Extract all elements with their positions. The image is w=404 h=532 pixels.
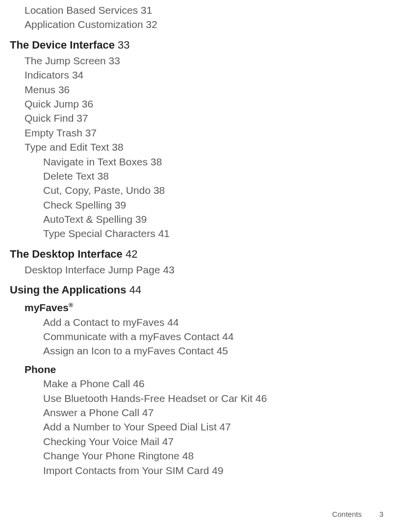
toc-page: 38 — [151, 156, 162, 167]
subsection-title: myFaves — [25, 302, 69, 313]
subsection-title: Phone — [25, 364, 56, 375]
toc-subentry: AutoText & Spelling 39 — [10, 212, 404, 226]
toc-page: 46 — [255, 393, 267, 404]
toc-subentry: Type Special Characters 41 — [10, 226, 404, 240]
section-heading: The Device Interface 33 — [10, 39, 404, 52]
toc-label: Application Customization — [25, 19, 143, 30]
toc-label: Navigate in Text Boxes — [43, 156, 148, 167]
toc-label: Cut, Copy, Paste, Undo — [43, 185, 151, 196]
subsection-heading: Phone — [10, 362, 404, 376]
toc-page: 44 — [222, 331, 233, 342]
toc-page: 38 — [153, 185, 165, 196]
section-heading: Using the Applications 44 — [10, 284, 404, 296]
toc-label: Checking Your Voice Mail — [43, 436, 159, 447]
toc-label: Change Your Phone Ringtone — [43, 450, 179, 461]
heading-page: 33 — [118, 39, 129, 51]
toc-label: Location Based Services — [25, 4, 138, 16]
heading-label: Using the Applications — [10, 284, 126, 296]
heading-page: 44 — [129, 284, 141, 296]
toc-page: 36 — [82, 98, 93, 109]
toc-entry: Application Customization 32 — [10, 17, 404, 31]
toc-entry: Quick Jump 36 — [10, 97, 404, 111]
toc-subentry: Import Contacts from Your SIM Card 49 — [10, 463, 404, 478]
toc-subentry: Make a Phone Call 46 — [10, 376, 404, 391]
toc-page: 38 — [98, 170, 109, 182]
page-footer: Contents3 — [332, 510, 383, 518]
toc-label: The Jump Screen — [25, 55, 106, 66]
toc-page: 46 — [133, 378, 144, 389]
table-of-contents: Location Based Services 31 Application C… — [0, 3, 404, 478]
toc-label: Quick Jump — [25, 98, 79, 109]
toc-subentry: Change Your Phone Ringtone 48 — [10, 449, 404, 463]
toc-page: 34 — [72, 69, 83, 80]
trademark-icon: ® — [69, 302, 73, 309]
toc-label: Check Spelling — [43, 199, 112, 211]
toc-entry: Empty Trash 37 — [10, 126, 404, 140]
toc-label: Menus — [25, 84, 55, 95]
toc-label: Indicators — [25, 69, 69, 80]
toc-page: 33 — [109, 55, 120, 66]
toc-label: Make a Phone Call — [43, 378, 130, 389]
toc-page: 47 — [162, 436, 174, 447]
toc-label: Add a Contact to myFaves — [43, 317, 164, 328]
toc-page: 36 — [58, 84, 70, 95]
toc-entry: Indicators 34 — [10, 68, 404, 82]
toc-page: 37 — [76, 112, 88, 124]
heading-page: 42 — [126, 248, 137, 260]
toc-subentry: Navigate in Text Boxes 38 — [10, 155, 404, 169]
toc-label: Type Special Characters — [43, 228, 155, 239]
toc-entry: Quick Find 37 — [10, 111, 404, 125]
toc-page: 43 — [163, 264, 175, 275]
toc-page: 39 — [115, 199, 126, 211]
toc-page: 47 — [220, 421, 231, 432]
toc-page: 41 — [158, 228, 170, 239]
toc-subentry: Communicate with a myFaves Contact 44 — [10, 329, 404, 344]
toc-subentry: Check Spelling 39 — [10, 198, 404, 212]
toc-label: AutoText & Spelling — [43, 213, 132, 225]
footer-page-number: 3 — [379, 510, 383, 518]
toc-subentry: Delete Text 38 — [10, 169, 404, 183]
toc-subentry: Assign an Icon to a myFaves Contact 45 — [10, 344, 404, 358]
toc-label: Assign an Icon to a myFaves Contact — [43, 345, 214, 356]
heading-label: The Device Interface — [10, 39, 115, 51]
toc-label: Quick Find — [25, 112, 74, 124]
toc-page: 38 — [112, 141, 123, 153]
heading-label: The Desktop Interface — [10, 248, 123, 260]
toc-subentry: Add a Number to Your Speed Dial List 47 — [10, 420, 404, 434]
footer-label: Contents — [332, 510, 362, 518]
toc-label: Answer a Phone Call — [43, 407, 139, 418]
toc-page: 45 — [217, 345, 228, 356]
toc-page: 32 — [146, 19, 157, 30]
toc-label: Type and Edit Text — [25, 141, 109, 153]
toc-entry: Desktop Interface Jump Page 43 — [10, 263, 404, 277]
toc-subentry: Answer a Phone Call 47 — [10, 405, 404, 420]
toc-label: Delete Text — [43, 170, 95, 182]
toc-page: 37 — [85, 127, 97, 138]
toc-page: 39 — [135, 213, 147, 225]
toc-subentry: Use Bluetooth Hands-Free Headset or Car … — [10, 391, 404, 405]
toc-page: 47 — [142, 407, 153, 418]
toc-page: 31 — [141, 4, 152, 16]
subsection-heading: myFaves® — [10, 300, 404, 315]
toc-page: 49 — [212, 465, 223, 476]
toc-subentry: Add a Contact to myFaves 44 — [10, 315, 404, 329]
toc-page: 48 — [182, 450, 194, 461]
section-heading: The Desktop Interface 42 — [10, 248, 404, 261]
toc-label: Use Bluetooth Hands-Free Headset or Car … — [43, 393, 252, 404]
toc-label: Communicate with a myFaves Contact — [43, 331, 219, 342]
toc-entry: Type and Edit Text 38 — [10, 140, 404, 154]
toc-label: Empty Trash — [25, 127, 82, 138]
toc-subentry: Cut, Copy, Paste, Undo 38 — [10, 183, 404, 197]
toc-label: Import Contacts from Your SIM Card — [43, 465, 209, 476]
toc-entry: Location Based Services 31 — [10, 3, 404, 17]
toc-entry: The Jump Screen 33 — [10, 53, 404, 68]
toc-entry: Menus 36 — [10, 82, 404, 97]
toc-subentry: Checking Your Voice Mail 47 — [10, 434, 404, 449]
toc-page: 44 — [167, 317, 178, 328]
toc-label: Add a Number to Your Speed Dial List — [43, 421, 217, 432]
toc-label: Desktop Interface Jump Page — [25, 264, 160, 275]
